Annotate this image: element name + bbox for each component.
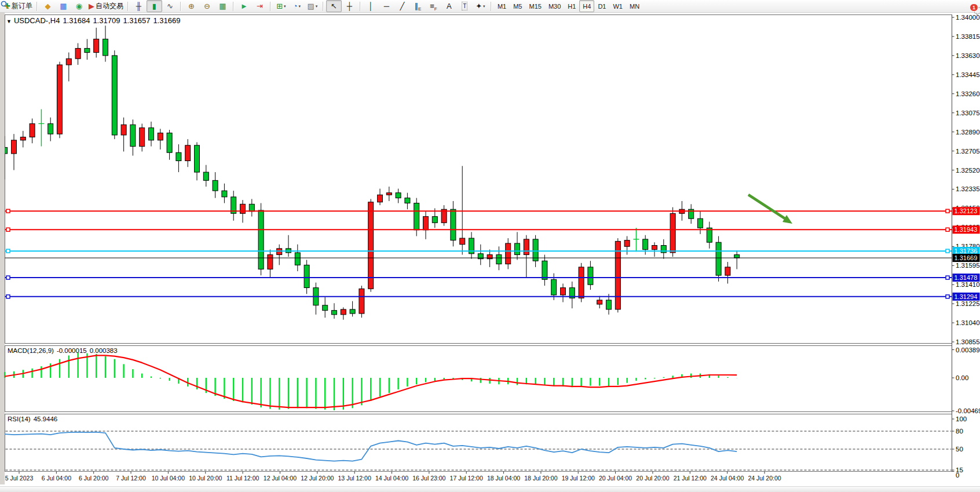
- svg-text:11 Jul 12:00: 11 Jul 12:00: [226, 475, 259, 482]
- svg-text:1.31294: 1.31294: [955, 293, 978, 300]
- autotrading-button-label: 自动交易: [96, 1, 123, 11]
- one-click-caret-icon[interactable]: ▼: [6, 19, 12, 24]
- svg-text:18 Jul 04:00: 18 Jul 04:00: [487, 475, 520, 482]
- zoom-out-icon: ⊖: [204, 2, 210, 10]
- svg-text:1.31669: 1.31669: [955, 254, 978, 261]
- crosshair-icon: ┼: [347, 2, 352, 10]
- timeframe-h1-button[interactable]: H1: [564, 0, 579, 12]
- dropdown-caret-icon[interactable]: ▾: [284, 4, 286, 9]
- horizontal-line-icon: ─: [384, 2, 389, 10]
- crosshair-button[interactable]: ┼: [342, 0, 357, 12]
- toolbar-separator: [360, 2, 361, 11]
- svg-text:1.32890: 1.32890: [956, 129, 980, 136]
- svg-text:16 Jul 23:00: 16 Jul 23:00: [412, 475, 445, 482]
- new-order-button-label: 新订单: [12, 1, 32, 11]
- svg-text:1.31040: 1.31040: [956, 319, 980, 326]
- zoom-out-button[interactable]: ⊖: [199, 0, 215, 12]
- icon-subscript: E: [418, 6, 421, 12]
- svg-text:14 Jul 04:00: 14 Jul 04:00: [375, 475, 408, 482]
- svg-text:19 Jul 12:00: 19 Jul 12:00: [562, 475, 595, 482]
- market-watch-icon[interactable]: ◆: [40, 0, 56, 12]
- svg-text:1.31478: 1.31478: [955, 274, 978, 281]
- timeframe-h4-button[interactable]: H4: [579, 0, 594, 12]
- chart-shift-button[interactable]: ⇥: [252, 0, 268, 12]
- svg-text:80: 80: [956, 428, 963, 435]
- mt4-window: ✚新订单◆▦◉▶自动交易╫▮∿⊕⊖▦►⇥⊞▾◔▾▨▾↖┼│─╱∥E≡FAT✦▾M…: [0, 0, 980, 492]
- auto-scroll-icon: ►: [240, 2, 248, 10]
- chart-surface[interactable]: 1.340001.338151.336301.334451.332601.330…: [0, 13, 980, 492]
- svg-text:5 Jul 2023: 5 Jul 2023: [5, 475, 34, 482]
- trendline-button[interactable]: ╱: [394, 0, 410, 12]
- periods-button[interactable]: ◔▾: [289, 0, 305, 12]
- toolbar-separator: [270, 2, 271, 11]
- dropdown-caret-icon[interactable]: ▾: [299, 4, 301, 9]
- dropdown-caret-icon[interactable]: ▾: [483, 4, 485, 9]
- timeframe-d1-button[interactable]: D1: [594, 0, 609, 12]
- dropdown-caret-icon[interactable]: ▾: [316, 4, 318, 9]
- timeframe-m1-button[interactable]: M1: [494, 0, 510, 12]
- svg-text:20 Jul 20:00: 20 Jul 20:00: [636, 475, 669, 482]
- svg-text:1.32123: 1.32123: [955, 207, 978, 214]
- vertical-line-button[interactable]: │: [363, 0, 379, 12]
- tile-windows-button[interactable]: ▦: [215, 0, 231, 12]
- svg-text:0.00: 0.00: [956, 374, 968, 381]
- chart-window[interactable]: 1.340001.338151.336301.334451.332601.330…: [0, 13, 980, 492]
- chart-title: ▼USDCAD-,H41.316841.317091.316571.31669: [6, 16, 180, 25]
- rsi-panel[interactable]: [5, 414, 952, 472]
- timeframe-m5-button[interactable]: M5: [510, 0, 525, 12]
- indicators-icon: ⊞: [276, 2, 283, 10]
- svg-text:1.32705: 1.32705: [956, 148, 980, 155]
- notification-count-badge: 1: [970, 3, 978, 12]
- svg-text:7 Jul 12:00: 7 Jul 12:00: [116, 475, 146, 482]
- svg-text:24 Jul 04:00: 24 Jul 04:00: [711, 475, 744, 482]
- timeframe-m30-button[interactable]: M30: [545, 0, 564, 12]
- time-axis: 5 Jul 20236 Jul 04:006 Jul 20:007 Jul 12…: [5, 472, 781, 482]
- text-icon: A: [447, 2, 452, 10]
- ohlc-open: 1.31684: [63, 16, 90, 25]
- svg-text:20 Jul 04:00: 20 Jul 04:00: [599, 475, 632, 482]
- text-label-button[interactable]: T: [457, 0, 473, 12]
- svg-text:1.32520: 1.32520: [956, 167, 980, 174]
- timeframe-w1-button[interactable]: W1: [609, 0, 626, 12]
- window-bottom-edge: [0, 486, 980, 492]
- line-chart-type-button[interactable]: ∿: [162, 0, 178, 12]
- svg-text:6 Jul 04:00: 6 Jul 04:00: [42, 475, 72, 482]
- zoom-in-button[interactable]: ⊕: [184, 0, 199, 12]
- autotrading-icon: ▶: [89, 2, 94, 10]
- arrows-button[interactable]: ✦▾: [473, 0, 488, 12]
- timeframe-m15-button[interactable]: M15: [525, 0, 544, 12]
- symbol-label: USDCAD-,H4: [14, 16, 60, 25]
- timeframe-mn-button[interactable]: MN: [626, 0, 643, 12]
- autotrading-button[interactable]: ▶自动交易: [87, 0, 125, 12]
- svg-text:100: 100: [956, 416, 967, 422]
- fibonacci-button[interactable]: ≡F: [426, 0, 441, 12]
- svg-text:1.33075: 1.33075: [956, 110, 980, 116]
- tile-windows-icon: ▦: [219, 2, 226, 10]
- vertical-line-icon: │: [368, 2, 373, 10]
- new-chart-icon[interactable]: ▦: [56, 0, 71, 12]
- auto-scroll-button[interactable]: ►: [236, 0, 252, 12]
- svg-text:1.31410: 1.31410: [956, 281, 980, 288]
- main-panel[interactable]: [5, 15, 952, 344]
- toolbar-separator: [323, 2, 324, 11]
- text-button[interactable]: A: [441, 0, 457, 12]
- horizontal-line-button[interactable]: ─: [379, 0, 394, 12]
- signals-icon[interactable]: ◉: [71, 0, 87, 12]
- cursor-button[interactable]: ↖: [326, 0, 342, 12]
- toolbar: ✚新订单◆▦◉▶自动交易╫▮∿⊕⊖▦►⇥⊞▾◔▾▨▾↖┼│─╱∥E≡FAT✦▾M…: [0, 0, 980, 13]
- bar-chart-type-button[interactable]: ╫: [131, 0, 147, 12]
- svg-text:1.31736: 1.31736: [955, 247, 978, 254]
- rsi-indicator-label: RSI(14)45.9446: [8, 416, 57, 422]
- svg-text:1.31225: 1.31225: [956, 300, 980, 307]
- candlestick-type-button[interactable]: ▮: [147, 0, 162, 12]
- equidistant-channel-button[interactable]: ∥E: [410, 0, 426, 12]
- ohlc-close: 1.31669: [153, 16, 180, 25]
- indicators-button[interactable]: ⊞▾: [273, 0, 289, 12]
- templates-button[interactable]: ▨▾: [305, 0, 320, 12]
- signals-icon-icon: ◉: [76, 2, 82, 10]
- svg-text:6 Jul 20:00: 6 Jul 20:00: [79, 475, 109, 482]
- svg-text:10 Jul 04:00: 10 Jul 04:00: [152, 475, 185, 482]
- svg-text:10 Jul 20:00: 10 Jul 20:00: [189, 475, 222, 482]
- svg-text:21 Jul 12:00: 21 Jul 12:00: [674, 475, 707, 482]
- arrows-icon: ✦: [476, 2, 482, 10]
